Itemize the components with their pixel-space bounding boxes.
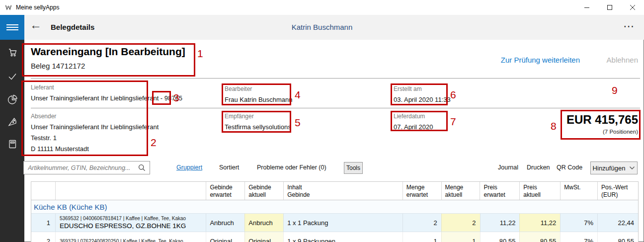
sidebar [0, 40, 24, 242]
sidebar-item-journal[interactable] [0, 134, 24, 154]
cell-inhalt-gebinde: 1 x 9 Packungen [283, 232, 402, 242]
sidebar-item-tasks[interactable] [0, 67, 24, 86]
absender-line-1: Unser Trainingslieferant Ihr Lieblingsli… [31, 123, 159, 131]
journal-link[interactable]: Journal [498, 164, 518, 171]
hinzufuegen-button[interactable]: Hinzufügen [590, 161, 638, 174]
col-header-pos-wert: Pos.-Wert (EUR) [597, 182, 638, 200]
cell-preis-aktuell[interactable]: 80,55 [519, 232, 560, 242]
cell-gebinde-erwartet: Anbruch [206, 214, 244, 232]
pizza-slice-icon [7, 116, 18, 127]
annotation-number-5: 5 [295, 117, 301, 129]
maximize-icon [607, 4, 613, 10]
bearbeiter-label: Bearbeiter [225, 85, 252, 92]
cell-gebinde-erwartet: Original [206, 232, 244, 242]
user-name: Katrin Buschmann [0, 23, 644, 31]
absender-label: Absender [31, 113, 56, 120]
sidebar-item-food[interactable] [0, 112, 24, 132]
cell-pos-wert: 80,55 [597, 232, 638, 242]
annotation-number-2: 2 [151, 137, 157, 149]
col-header-gebinde-erwartet: Gebinde erwartet [206, 182, 244, 200]
annotation-number-4: 4 [295, 89, 301, 101]
col-header-inhalt-gebinde: Inhalt Gebinde [283, 182, 402, 200]
more-button[interactable]: ⋯ [623, 20, 635, 33]
absender-line-2: Teststr. 1 [31, 134, 57, 142]
erstellt-am-value: 03. April 2020 11:33 [394, 96, 451, 103]
artikel-meta: 369379 | 07622400820250 | Kaffee | Kaffe… [60, 238, 183, 242]
col-header-preis-aktuell: Preis aktuell [519, 182, 560, 200]
cell-menge-erwartet: 1 [402, 232, 441, 242]
table-row[interactable]: 2 369379 | 07622400820250 | Kaffee | Kaf… [31, 232, 638, 242]
ellipsis-icon: ⋯ [623, 20, 635, 32]
cell-nr: 2 [31, 232, 55, 242]
app-icon [4, 3, 12, 11]
cell-menge-erwartet: 2 [402, 214, 441, 232]
cell-artikel: 5369532 | 04006067818417 | Kaffee | Kaff… [55, 214, 206, 232]
tab-gruppiert[interactable]: Gruppiert [176, 164, 202, 171]
annotation-number-7: 7 [450, 116, 456, 128]
lieferdatum-value: 07. April 2020 [394, 123, 433, 131]
cell-preis-erwartet: 80,55 [480, 232, 520, 242]
cell-inhalt-gebinde: 1 x 1 Packung [283, 214, 402, 232]
forward-for-review-link[interactable]: Zur Prüfung weiterleiten [501, 56, 580, 64]
cart-icon [7, 47, 18, 58]
group-label: Küche KB (Küche KB) [31, 203, 107, 211]
table-row[interactable]: 1 5369532 | 04006067818417 | Kaffee | Ka… [31, 213, 638, 232]
col-header-gebinde-aktuell: Gebinde aktuell [244, 182, 283, 200]
lieferant-label: Lieferant [31, 84, 54, 91]
chevron-down-icon [629, 166, 635, 170]
cell-pos-wert: 22,44 [597, 214, 638, 232]
artikel-meta: 5369532 | 04006067818417 | Kaffee | Kaff… [60, 215, 186, 222]
empfaenger-value: Testfirma sellysolutions [225, 123, 291, 131]
col-header-nr [31, 182, 55, 200]
hinzufuegen-label: Hinzufügen [593, 164, 626, 172]
total-amount: EUR 415,765 [566, 113, 638, 127]
cell-mwst: 7% [560, 232, 597, 242]
document-title: Wareneingang [In Bearbeitung] [31, 46, 185, 58]
total-positions: (7 Positionen) [603, 129, 638, 135]
pie-chart-icon [7, 94, 18, 105]
bearbeiter-value: Frau Katrin Buschmann [225, 96, 293, 103]
cell-menge-aktuell[interactable]: 1 [441, 232, 480, 242]
cell-mwst: 7% [560, 214, 597, 232]
check-icon [7, 71, 18, 82]
sidebar-item-cart[interactable] [0, 43, 24, 63]
search-input[interactable] [24, 164, 138, 171]
cell-preis-aktuell[interactable]: 11,22 [519, 214, 560, 232]
annotation-number-1: 1 [197, 48, 203, 60]
annotation-number-6: 6 [450, 89, 456, 101]
artikel-name: EDUSCHO ESPRESSO, GZ.BOHNE 1KG [60, 222, 186, 230]
cell-gebinde-aktuell[interactable]: Original [244, 232, 283, 242]
annotation-number-9: 9 [612, 84, 618, 96]
lieferdatum-label: Lieferdatum [394, 113, 425, 120]
sidebar-item-statistics[interactable] [0, 89, 24, 109]
tab-sortiert[interactable]: Sortiert [219, 164, 239, 171]
search-icon[interactable] [138, 164, 146, 171]
tab-probleme-oder-fehler[interactable]: Probleme oder Fehler (0) [257, 164, 326, 171]
cell-menge-aktuell[interactable]: 2 [441, 214, 480, 232]
drucken-link[interactable]: Drucken [527, 164, 550, 171]
window-title: Meine sellyApps [16, 4, 59, 11]
cell-artikel: 369379 | 07622400820250 | Kaffee | Kaffe… [55, 232, 206, 242]
maximize-button[interactable] [598, 0, 621, 15]
cell-gebinde-aktuell[interactable]: Anbruch [244, 214, 283, 232]
divider [31, 108, 640, 108]
qr-code-link[interactable]: QR Code [557, 164, 582, 171]
divider [31, 78, 640, 79]
col-header-menge-erwartet: Menge erwartet [402, 182, 441, 200]
group-row[interactable]: Küche KB (Küche KB) [31, 200, 638, 213]
tools-button[interactable]: Tools [344, 162, 363, 174]
erstellt-am-label: Erstellt am [394, 85, 422, 92]
search-box [23, 161, 150, 174]
col-header-preis-erwartet: Preis erwartet [480, 182, 519, 200]
col-header-artikel [55, 182, 206, 200]
positions-table: Gebinde erwartet Gebinde aktuell Inhalt … [31, 181, 639, 242]
col-header-menge-aktuell: Menge aktuell [441, 182, 480, 200]
close-button[interactable] [621, 0, 644, 15]
col-header-mwst: MwSt. [560, 182, 597, 200]
document-number: Beleg 14712172 [31, 62, 85, 70]
empfaenger-label: Empfänger [225, 113, 254, 120]
minimize-button[interactable] [575, 0, 598, 15]
table-header-row: Gebinde erwartet Gebinde aktuell Inhalt … [31, 182, 638, 200]
absender-line-3: D 11111 Musterstadt [31, 145, 89, 153]
title-bar: Meine sellyApps [0, 0, 644, 15]
